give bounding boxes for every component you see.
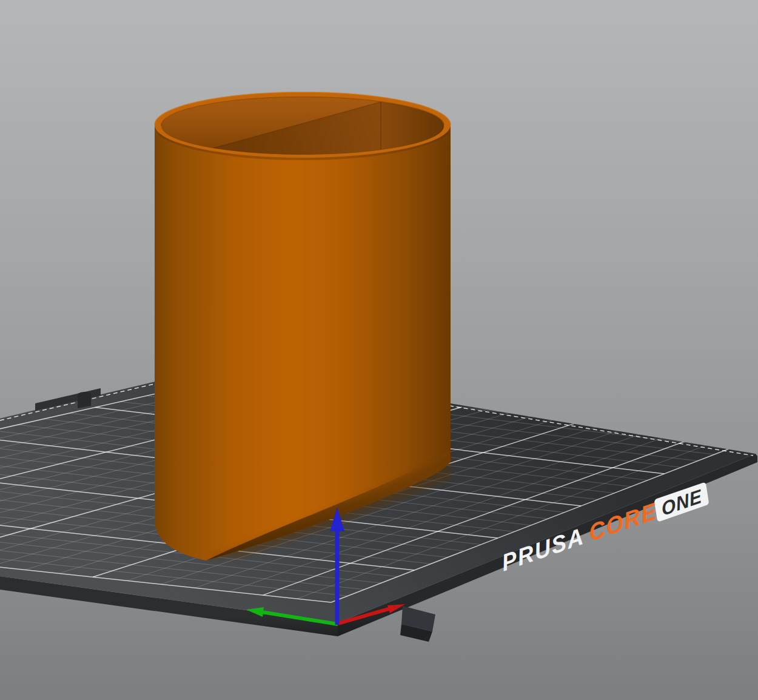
model-cylinder[interactable]: [155, 92, 451, 560]
slicer-3d-viewport[interactable]: PRUSA CORE ONE: [0, 0, 758, 700]
scene-canvas[interactable]: PRUSA CORE ONE: [0, 0, 758, 700]
